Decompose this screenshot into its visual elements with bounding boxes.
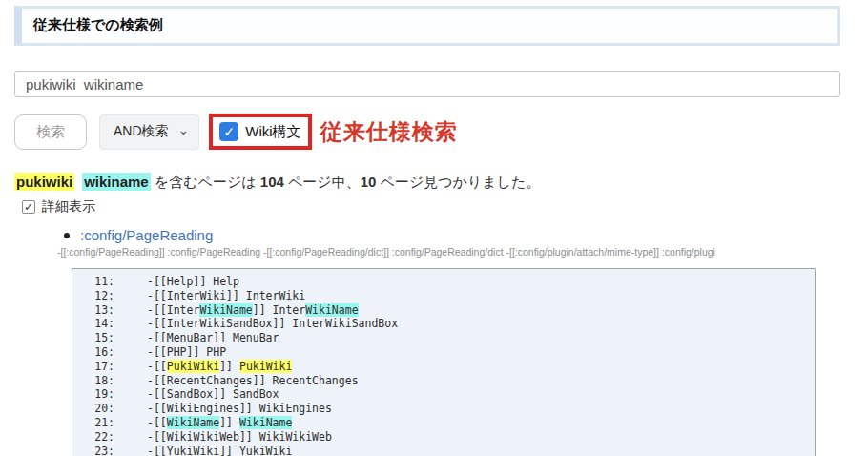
- legacy-search-annotation: 従来仕様検索: [320, 117, 458, 147]
- page: 従来仕様での検索例 検索 AND検索 ⌄ ✓ Wiki構文 従来仕様検索 puk…: [0, 0, 868, 456]
- detail-display-checkbox[interactable]: ✓: [22, 200, 35, 214]
- code-line: 23:-[[YukiWiki]] YukiWiki: [72, 445, 815, 456]
- code-line: 14:-[[InterWikiSandBox]] InterWikiSandBo…: [72, 317, 815, 331]
- section-header: 従来仕様での検索例: [14, 6, 840, 46]
- code-line: 15:-[[MenuBar]] MenuBar: [72, 331, 815, 345]
- result-list: :config/PageReading -[[:config/PageReadi…: [14, 227, 854, 456]
- code-line: 12:-[[InterWiki]] InterWiki: [72, 289, 815, 303]
- code-line: 16:-[[PHP]] PHP: [72, 345, 815, 360]
- detail-display-row: ✓ 詳細表示: [22, 198, 854, 216]
- code-line: 11:-[[Help]] Help: [72, 275, 815, 289]
- search-input[interactable]: [14, 71, 840, 97]
- list-item: :config/PageReading: [64, 227, 854, 243]
- result-page-link[interactable]: :config/PageReading: [80, 227, 213, 243]
- code-line: 13:-[[InterWikiName]] InterWikiName: [72, 303, 815, 318]
- result-snippet: -[[:config/PageReading]] :config/PageRea…: [57, 246, 854, 258]
- wiki-syntax-highlight-box: ✓ Wiki構文: [209, 114, 311, 150]
- result-found-pages: 10: [361, 174, 377, 190]
- result-total-pages: 104: [260, 174, 284, 190]
- code-line: 17:-[[PukiWiki]] PukiWiki: [72, 360, 815, 374]
- code-line: 20:-[[WikiEngines]] WikiEngines: [72, 402, 815, 416]
- search-mode-value: AND検索: [114, 123, 169, 140]
- search-button[interactable]: 検索: [14, 114, 87, 150]
- search-controls: 検索 AND検索 ⌄ ✓ Wiki構文 従来仕様検索: [14, 111, 854, 153]
- check-icon: ✓: [24, 200, 33, 214]
- code-block: 11:-[[Help]] Help12:-[[InterWiki]] Inter…: [72, 268, 816, 456]
- result-text-mid2: ページ中、: [284, 174, 361, 190]
- code-line: 18:-[[RecentChanges]] RecentChanges: [72, 374, 815, 388]
- result-term-2: wikiname: [82, 173, 151, 191]
- code-line: 21:-[[WikiName]] WikiName: [72, 416, 815, 430]
- code-line: 19:-[[SandBox]] SandBox: [72, 387, 815, 402]
- search-mode-select[interactable]: AND検索 ⌄: [99, 114, 199, 150]
- check-icon: ✓: [223, 124, 235, 139]
- code-line: 22:-[[WikiWikiWeb]] WikiWikiWeb: [72, 430, 815, 445]
- page-title: 従来仕様での検索例: [33, 16, 163, 32]
- wiki-syntax-label: Wiki構文: [245, 123, 300, 141]
- chevron-down-icon: ⌄: [178, 123, 190, 136]
- search-result-summary: pukiwikiwikiname を含むページは 104 ページ中、10 ページ…: [14, 174, 854, 192]
- result-term-1: pukiwiki: [14, 173, 74, 191]
- bullet-icon: [64, 233, 70, 238]
- wiki-syntax-checkbox[interactable]: ✓: [219, 122, 238, 141]
- result-text-tail: ページ見つかりました。: [376, 174, 540, 190]
- detail-display-label: 詳細表示: [42, 198, 95, 216]
- result-text-mid1: を含むページは: [151, 174, 260, 190]
